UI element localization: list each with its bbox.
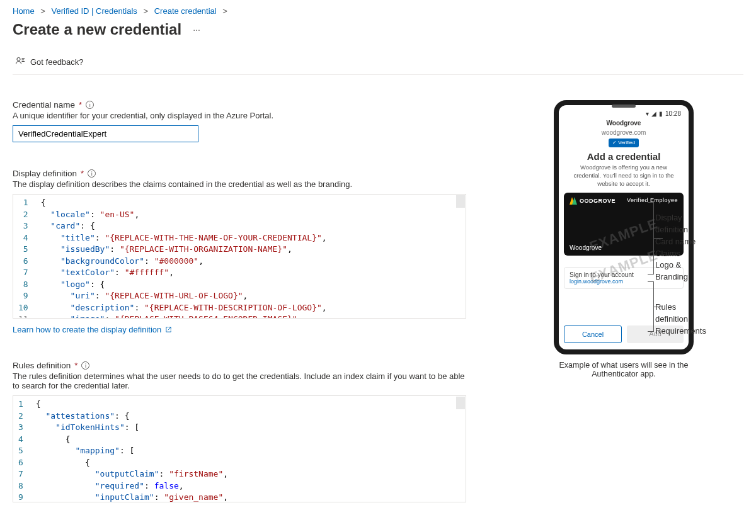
display-definition-helper: The display definition describes the cla… [13, 179, 466, 189]
info-icon[interactable]: i [81, 361, 89, 370]
more-actions-button[interactable]: ··· [193, 25, 200, 35]
credential-name-label: Credential name [13, 100, 75, 110]
phone-desc: Woodgrove is offering you a new credenti… [568, 164, 680, 188]
editor-minimap [456, 397, 465, 409]
signal-icon: ◢ [651, 110, 656, 117]
annotation-display-definition: Display definition Card name Claims Logo… [655, 212, 696, 283]
feedback-icon [15, 56, 25, 68]
learn-display-definition-link[interactable]: Learn how to create the display definiti… [13, 325, 172, 334]
chevron-right-icon: > [40, 6, 45, 16]
preview-caption: Example of what users will see in the Au… [554, 361, 693, 378]
external-link-icon [165, 326, 172, 333]
editor-code[interactable]: { "locale": "en-US", "card": { "title": … [36, 195, 466, 318]
breadcrumb: Home > Verified ID | Credentials > Creat… [13, 6, 743, 16]
wifi-icon: ▾ [646, 110, 649, 117]
svg-point-0 [17, 57, 20, 60]
phone-cancel-button: Cancel [564, 325, 622, 343]
rules-definition-editor[interactable]: 123456789 { "attestations": { "idTokenHi… [13, 395, 466, 502]
annotation-rules-definition: Rules definition Requirements [655, 302, 706, 337]
display-definition-group: Display definition * i The display defin… [13, 169, 466, 334]
breadcrumb-create-credential[interactable]: Create credential [154, 6, 217, 16]
credential-name-group: Credential name * i A unique identifier … [13, 100, 466, 142]
required-indicator: * [79, 100, 82, 110]
required-indicator: * [81, 169, 84, 178]
display-definition-editor[interactable]: 1234567891011 { "locale": "en-US", "card… [13, 194, 466, 319]
required-indicator: * [74, 361, 77, 370]
info-icon[interactable]: i [88, 169, 96, 178]
breadcrumb-home[interactable]: Home [13, 6, 35, 16]
phone-title: Add a credential [564, 151, 684, 162]
editor-gutter: 123456789 [13, 396, 31, 502]
battery-icon: ▮ [659, 110, 663, 117]
rules-definition-helper: The rules definition determines what the… [13, 371, 466, 390]
credential-name-input[interactable] [13, 125, 198, 142]
verified-badge: ✓ Verified [609, 139, 639, 147]
phone-org-name: Woodgrove [564, 118, 684, 128]
editor-minimap [456, 195, 465, 208]
editor-code[interactable]: { "attestations": { "idTokenHints": [ { … [31, 396, 466, 502]
info-icon[interactable]: i [86, 101, 94, 109]
preview-panel: ▾ ◢ ▮ 10:28 Woodgrove woodgrove.com ✓ Ve… [504, 100, 743, 502]
breadcrumb-verified-id[interactable]: Verified ID | Credentials [52, 6, 137, 16]
rules-definition-group: Rules definition * i The rules definitio… [13, 361, 466, 502]
phone-status-bar: ▾ ◢ ▮ 10:28 [564, 109, 684, 118]
credential-name-helper: A unique identifier for your credential,… [13, 111, 466, 120]
editor-gutter: 1234567891011 [13, 195, 36, 318]
chevron-right-icon: > [144, 6, 149, 16]
page-title: Create a new credential [13, 21, 181, 38]
feedback-link[interactable]: Got feedback? [30, 57, 84, 67]
display-definition-label: Display definition [13, 169, 77, 178]
phone-org-domain: woodgrove.com [564, 128, 684, 137]
chevron-right-icon: > [222, 6, 227, 16]
woodgrove-logo-icon [570, 197, 577, 205]
rules-definition-label: Rules definition [13, 361, 71, 370]
